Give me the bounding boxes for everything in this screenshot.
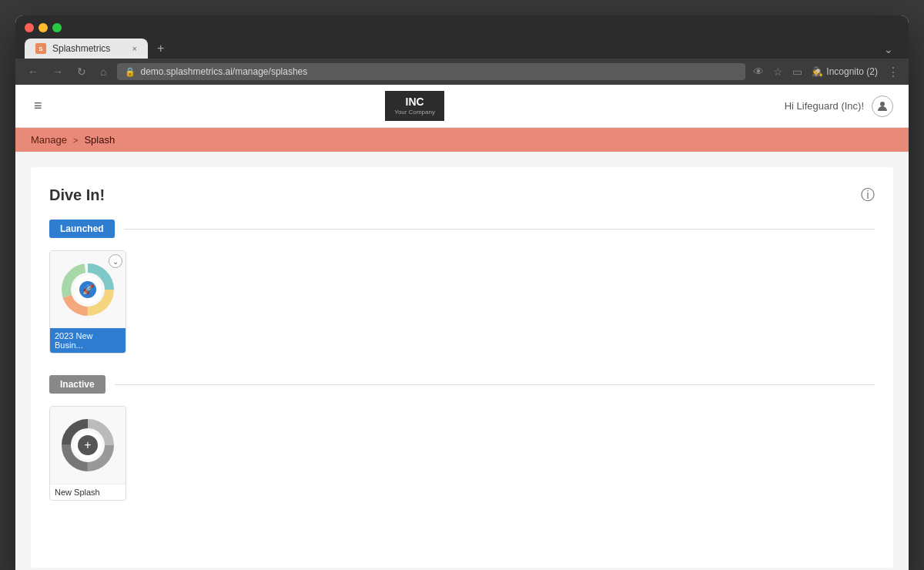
home-button[interactable]: ⌂ (97, 64, 109, 79)
splash-card-label-new: New Splash (50, 484, 126, 500)
splash-card-thumb-2023: ⌄ (50, 251, 126, 328)
donut-chart-new: + (61, 418, 115, 472)
new-tab-button[interactable]: + (151, 39, 170, 59)
app-header: ≡ INC Your Company Hi Lifeguard (Inc)! (15, 85, 909, 128)
launched-status-header: Launched (49, 220, 875, 238)
chevron-down-icon: ⌄ (878, 40, 899, 59)
tab-bar: S Splashmetrics × + ⌄ (25, 39, 899, 59)
content-card: Dive In! ⓘ Launched ⌄ (31, 167, 893, 568)
browser-chrome: S Splashmetrics × + ⌄ (15, 15, 909, 59)
splash-card-thumb-new: + (50, 407, 126, 484)
app-content: ≡ INC Your Company Hi Lifeguard (Inc)! M… (15, 85, 909, 570)
tab-label: Splashmetrics (52, 43, 110, 54)
breadcrumb-manage[interactable]: Manage (31, 134, 67, 146)
forward-button[interactable]: → (49, 64, 66, 79)
inactive-section: Inactive (49, 375, 875, 501)
incognito-icon: 🕵 (812, 66, 823, 77)
tab-close-button[interactable]: × (132, 44, 137, 53)
inactive-badge: Inactive (49, 375, 105, 394)
browser-window: S Splashmetrics × + ⌄ ← → ↻ ⌂ 🔒 demo.spl… (15, 15, 909, 570)
incognito-label: Incognito (2) (826, 66, 878, 77)
breadcrumb-separator: > (73, 136, 78, 145)
active-tab[interactable]: S Splashmetrics × (25, 39, 148, 59)
traffic-lights (25, 23, 899, 32)
address-bar-row: ← → ↻ ⌂ 🔒 demo.splashmetrics.ai/manage/s… (15, 59, 909, 85)
launched-splash-grid: ⌄ (49, 250, 875, 354)
page-title-row: Dive In! ⓘ (49, 186, 875, 204)
hamburger-menu-button[interactable]: ≡ (31, 95, 45, 117)
eye-slash-icon: 👁 (753, 65, 764, 78)
splash-card-label-2023: 2023 New Busin... (50, 328, 126, 353)
inactive-status-header: Inactive (49, 375, 875, 394)
back-button[interactable]: ← (25, 64, 42, 79)
maximize-button[interactable] (52, 23, 62, 32)
tablet-icon: ▭ (792, 65, 802, 78)
close-button[interactable] (25, 23, 34, 32)
avatar[interactable] (872, 96, 893, 117)
splash-card-2023[interactable]: ⌄ (49, 250, 126, 354)
bookmark-icon[interactable]: ☆ (773, 65, 783, 78)
page-title: Dive In! (49, 186, 105, 204)
address-bar[interactable]: 🔒 demo.splashmetrics.ai/manage/splashes (117, 63, 745, 80)
more-options-button[interactable]: ⋮ (887, 65, 899, 79)
breadcrumb: Manage > Splash (15, 128, 909, 152)
launched-divider (124, 229, 875, 230)
info-icon[interactable]: ⓘ (861, 186, 875, 204)
donut-chart-launched: 🚀 (61, 263, 115, 317)
logo-text: INC (406, 96, 424, 108)
lock-icon: 🔒 (125, 67, 136, 77)
minimize-button[interactable] (38, 23, 48, 32)
refresh-button[interactable]: ↻ (74, 64, 89, 79)
address-text: demo.splashmetrics.ai/manage/splashes (140, 66, 307, 77)
greeting-text: Hi Lifeguard (Inc)! (785, 100, 864, 112)
incognito-badge: 🕵 Incognito (2) (812, 66, 878, 77)
address-right-icons: 👁 ☆ ▭ 🕵 Incognito (2) ⋮ (753, 65, 899, 79)
breadcrumb-splash: Splash (84, 134, 115, 146)
donut-center-plus-icon: + (78, 435, 98, 455)
launched-section: Launched ⌄ (49, 220, 875, 354)
inactive-splash-grid: + New Splash (49, 406, 875, 501)
splash-card-new[interactable]: + New Splash (49, 406, 126, 501)
launched-badge: Launched (49, 220, 115, 238)
header-right: Hi Lifeguard (Inc)! (785, 96, 893, 117)
app-logo: INC Your Company (385, 91, 444, 120)
main-content: Dive In! ⓘ Launched ⌄ (15, 152, 909, 570)
donut-center-rocket-icon: 🚀 (79, 281, 96, 298)
svg-point-0 (880, 102, 885, 106)
logo-subtext: Your Company (394, 109, 435, 116)
tab-favicon: S (35, 43, 46, 54)
inactive-divider (115, 384, 875, 385)
